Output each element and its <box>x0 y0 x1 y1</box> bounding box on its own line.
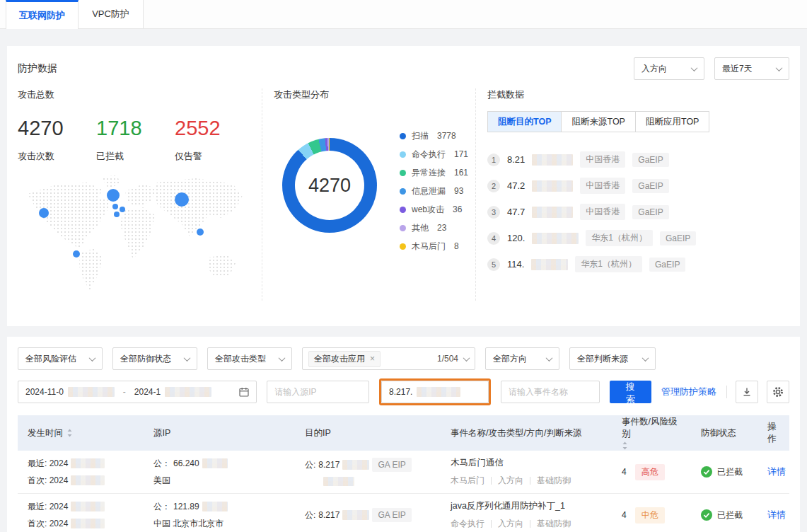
tab-block-source-top[interactable]: 阻断来源TOP <box>561 111 635 132</box>
attack-app-multiselect[interactable]: 全部攻击应用 × 1/504 <box>302 347 475 370</box>
time-cell: 最近: 2024 首次: 2024 <box>18 501 144 530</box>
redacted-text <box>532 180 573 192</box>
legend-item[interactable]: 命令执行 171 <box>400 145 468 163</box>
stat-alert-only: 2552 仅告警 <box>175 117 253 163</box>
event-cell: 木马后门通信 木马后门 入方向 基础防御 <box>441 457 612 487</box>
chevron-down-icon <box>89 354 96 362</box>
legend-item[interactable]: 扫描 3778 <box>400 127 468 145</box>
time-cell: 最近: 2024 首次: 2024 <box>18 458 144 487</box>
blocked-ip: 114. <box>507 259 524 270</box>
download-button[interactable] <box>736 381 758 403</box>
source-ip-input[interactable]: 请输入源IP <box>267 381 369 403</box>
chevron-down-icon <box>546 354 553 362</box>
stat-attack-count: 4270 攻击次数 <box>18 117 96 163</box>
event-count: 4 <box>622 510 627 520</box>
direction-select[interactable]: 入方向 <box>634 57 704 80</box>
dest-ip-cell: 公: 8.217GA EIP <box>295 508 441 522</box>
attack-location-dot <box>114 212 120 217</box>
block-top-list: 1 8.21 中国香港 GaEIP 2 47.2 中国香港 GaEIP 3 47… <box>487 146 789 277</box>
redacted-text <box>417 387 460 397</box>
direction-filter-select[interactable]: 全部方向 <box>485 347 559 370</box>
tab-vpc-protection[interactable]: VPC防护 <box>79 0 144 28</box>
dest-ip-highlight-box: 8.217. <box>379 378 491 405</box>
world-map <box>18 174 251 293</box>
time-range-select[interactable]: 最近7天 <box>714 57 789 80</box>
defense-status-select[interactable]: 全部防御状态 <box>112 347 197 370</box>
divider <box>726 386 727 398</box>
redacted-text <box>342 510 369 520</box>
card-title-protection-data: 防护数据 <box>18 62 57 75</box>
redacted-text <box>71 475 105 485</box>
legend-item[interactable]: 信息泄漏 93 <box>400 182 468 200</box>
gear-icon <box>772 386 784 398</box>
check-circle-icon <box>701 466 712 478</box>
dest-ip-input[interactable]: 8.217. <box>381 381 489 403</box>
risk-badge: 高危 <box>635 464 665 480</box>
protection-data-card: 防护数据 入方向 最近7天 攻击总数 4270 攻击次数 1718 <box>7 46 800 326</box>
event-name: 木马后门通信 <box>451 457 603 469</box>
date-range-input[interactable]: 2024-11-0 - 2024-1 <box>18 381 257 403</box>
redacted-text <box>531 259 568 270</box>
legend-item[interactable]: 异常连接 161 <box>400 163 468 182</box>
table-row: 最近: 2024 首次: 2024 公：66.240 美国 公: 8.217GA… <box>18 451 789 494</box>
risk-badge: 中危 <box>635 507 665 524</box>
rank-badge: 5 <box>487 258 500 271</box>
judge-source: 基础防御 <box>537 475 571 487</box>
judge-source-select[interactable]: 全部判断来源 <box>569 347 656 370</box>
block-data-tabs: 阻断目的TOP 阻断来源TOP 阻断应用TOP <box>487 111 789 132</box>
legend-dot <box>400 207 406 213</box>
attack-location-dot <box>197 229 204 236</box>
attack-location-dot <box>112 204 118 209</box>
events-card: 全部风险评估 全部防御状态 全部攻击类型 全部攻击应用 × 1/504 全部方向 <box>7 337 800 532</box>
legend-item[interactable]: web攻击 36 <box>400 200 468 219</box>
tab-internet-protection[interactable]: 互联网防护 <box>6 0 79 29</box>
rank-badge: 2 <box>487 180 500 192</box>
redacted-text <box>532 154 573 166</box>
attack-type-select[interactable]: 全部攻击类型 <box>207 347 292 370</box>
legend-dot <box>400 225 406 231</box>
search-button[interactable]: 搜索 <box>610 381 651 403</box>
eip-tag: GaEIP <box>632 153 668 167</box>
dest-ip-cell: 公: 8.217GA EIP <box>295 458 441 486</box>
attack-location-dot <box>73 250 80 258</box>
settings-button[interactable] <box>767 381 789 403</box>
direction: 入方向 <box>498 518 523 530</box>
redacted-text <box>342 460 369 470</box>
tab-block-app-top[interactable]: 阻断应用TOP <box>635 111 709 132</box>
list-item: 4 120. 华东1（杭州） GaEIP <box>487 225 789 251</box>
rank-badge: 4 <box>487 232 500 245</box>
ga-eip-tag: GA EIP <box>372 458 411 472</box>
region-tag: 华东1（杭州） <box>575 256 642 272</box>
eip-tag: GaEIP <box>660 231 696 245</box>
sort-icon[interactable] <box>66 429 73 437</box>
page-tabs: 互联网防护 VPC防护 <box>0 0 807 29</box>
legend-dot <box>400 170 406 176</box>
redacted-text <box>323 477 354 486</box>
attack-location-dot <box>39 208 49 218</box>
eip-tag: GaEIP <box>649 258 685 272</box>
attack-stats: 4270 攻击次数 1718 已拦截 2552 仅告警 <box>18 117 253 163</box>
detail-link[interactable]: 详情 <box>767 466 786 477</box>
blocked-ip: 47.2 <box>507 180 525 191</box>
event-name-input[interactable]: 请输入事件名称 <box>501 381 599 403</box>
risk-assessment-select[interactable]: 全部风险评估 <box>18 347 103 370</box>
section-title-attack-type-distribution: 攻击类型分布 <box>274 88 475 101</box>
redacted-text <box>71 502 105 511</box>
donut-legend: 扫描 3778 命令执行 171 异常连接 161 <box>400 127 468 255</box>
detail-link[interactable]: 详情 <box>767 509 786 520</box>
legend-dot <box>400 243 406 250</box>
event-count: 4 <box>622 467 627 477</box>
attack-type: 命令执行 <box>451 518 484 530</box>
legend-item[interactable]: 其他 23 <box>400 219 468 237</box>
blocked-ip: 120. <box>507 233 525 243</box>
legend-item[interactable]: 木马后门 8 <box>400 237 468 255</box>
close-icon[interactable]: × <box>370 354 375 364</box>
attack-app-chip: 全部攻击应用 × <box>308 351 381 367</box>
defense-status-cell: 已拦截 <box>691 509 757 521</box>
sort-icon[interactable] <box>622 441 628 450</box>
redacted-text <box>71 458 105 468</box>
event-cell: java反序列化通用防护补丁_1 命令执行 入方向 基础防御 <box>441 500 612 530</box>
manage-policy-link[interactable]: 管理防护策略 <box>661 386 716 398</box>
chevron-down-icon <box>691 64 698 71</box>
tab-block-dest-top[interactable]: 阻断目的TOP <box>487 111 562 132</box>
